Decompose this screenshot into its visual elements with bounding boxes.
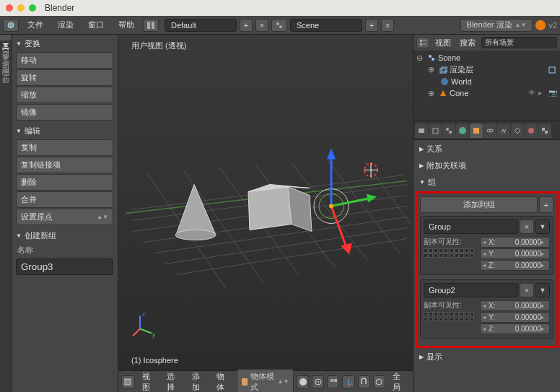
- vtab-grease[interactable]: 曲: [0, 67, 11, 74]
- layer-cell[interactable]: [424, 248, 428, 253]
- duplicate-button[interactable]: 复制: [16, 139, 113, 156]
- layer-cell[interactable]: [465, 253, 469, 258]
- prop-tab-texture[interactable]: [538, 123, 551, 138]
- screen-layout-browse-icon[interactable]: [143, 19, 159, 32]
- prop-tab-constraints[interactable]: [484, 123, 496, 138]
- group-specials-button[interactable]: ▼: [535, 219, 550, 234]
- vtab-physics[interactable]: 物理: [0, 61, 11, 67]
- mode-dropdown[interactable]: 物体模式 ▲▼: [237, 369, 294, 393]
- shading-mode-button[interactable]: [297, 375, 309, 388]
- transform-header[interactable]: ▼变换: [13, 36, 116, 51]
- expand-icon[interactable]: ⊕: [428, 65, 437, 74]
- tree-row-renderlayers[interactable]: ⊕ 渲染层: [415, 64, 559, 76]
- outliner-tree[interactable]: ⊖ Scene ⊕ 渲染层 World: [414, 51, 560, 115]
- layer-cell[interactable]: [465, 312, 469, 316]
- edit-header[interactable]: ▼编辑: [13, 123, 116, 139]
- minimize-window-icon[interactable]: [17, 4, 25, 12]
- prop-tab-modifiers[interactable]: [497, 123, 510, 138]
- maximize-window-icon[interactable]: [29, 4, 36, 12]
- relations-panel-header[interactable]: ▶关系: [415, 141, 559, 157]
- scene-remove-button[interactable]: ×: [381, 19, 394, 32]
- render-engine-dropdown[interactable]: Blender 渲染 ▲▼: [460, 19, 533, 32]
- layer-cell[interactable]: [439, 253, 443, 258]
- layer-cell[interactable]: [439, 312, 443, 316]
- layer-cell[interactable]: [460, 248, 464, 253]
- layer-cell[interactable]: [470, 253, 474, 258]
- offset-z-field[interactable]: ◂Z:0.00000▸: [480, 260, 550, 271]
- vtab-relations[interactable]: 关系: [0, 48, 11, 54]
- relations-extras-panel-header[interactable]: ▶附加关联项: [415, 158, 559, 173]
- group-name-input[interactable]: [16, 258, 113, 275]
- expand-icon[interactable]: ⊕: [428, 89, 437, 98]
- tree-row-world[interactable]: World: [415, 76, 559, 87]
- layout-add-button[interactable]: +: [240, 19, 253, 32]
- layer-cell[interactable]: [450, 253, 454, 258]
- layer-cell[interactable]: [424, 312, 428, 316]
- layer-cell[interactable]: [470, 312, 474, 316]
- layer-cell[interactable]: [444, 317, 448, 321]
- menu-render[interactable]: 渲染: [52, 19, 79, 30]
- render-toggle-icon[interactable]: 📷: [548, 89, 557, 97]
- layers-button[interactable]: [327, 375, 339, 388]
- menu-window[interactable]: 窗口: [82, 19, 110, 30]
- layer-cell[interactable]: [450, 248, 454, 253]
- layer-cell[interactable]: [444, 248, 448, 253]
- layer-cell[interactable]: [470, 248, 474, 253]
- delete-button[interactable]: 删除: [16, 174, 113, 191]
- outliner-menu-search[interactable]: 搜索: [457, 38, 478, 48]
- prop-tab-material[interactable]: [525, 123, 538, 138]
- layer-cell[interactable]: [434, 317, 438, 321]
- outliner-filter-dropdown[interactable]: 所有场景: [481, 37, 557, 48]
- screen-layout-field[interactable]: Default: [165, 19, 237, 32]
- group-panel-header[interactable]: ▼组: [415, 175, 559, 190]
- group-remove-button[interactable]: ×: [520, 219, 534, 234]
- layer-cell[interactable]: [439, 317, 443, 321]
- menu-help[interactable]: 帮助: [113, 19, 140, 30]
- vtab-tools[interactable]: 工具: [0, 35, 11, 41]
- viewport-editor-type-icon[interactable]: [121, 375, 135, 388]
- scene-add-button[interactable]: +: [365, 19, 378, 32]
- prop-tab-scene[interactable]: [442, 123, 455, 138]
- layer-cell[interactable]: [429, 317, 433, 321]
- manipulator-toggle-button[interactable]: [342, 375, 354, 388]
- layer-cell[interactable]: [455, 248, 459, 253]
- visibility-toggle-icon[interactable]: 👁: [528, 89, 537, 97]
- layer-cell[interactable]: [434, 253, 438, 258]
- layer-cell[interactable]: [429, 253, 433, 258]
- prop-tab-render[interactable]: [415, 123, 428, 138]
- snap-button[interactable]: [358, 375, 370, 388]
- add-to-group-button[interactable]: 添加到组: [420, 196, 538, 213]
- layer-cell[interactable]: [429, 248, 433, 253]
- layer-cell[interactable]: [460, 312, 464, 316]
- translate-button[interactable]: 移动: [16, 52, 113, 69]
- layer-cell[interactable]: [465, 248, 469, 253]
- layout-remove-button[interactable]: ×: [255, 19, 268, 32]
- create-group-header[interactable]: ▼创建新组: [13, 228, 116, 243]
- editor-type-icon[interactable]: [3, 19, 19, 32]
- layer-cell[interactable]: [455, 253, 459, 258]
- tree-row-scene[interactable]: ⊖ Scene: [415, 52, 559, 64]
- set-origin-button[interactable]: 设置原点▲▼: [16, 209, 113, 225]
- scene-browse-icon[interactable]: [271, 19, 287, 32]
- layer-cell[interactable]: [444, 253, 448, 258]
- offset-y-field[interactable]: ◂Y:0.00000▸: [480, 312, 550, 323]
- layer-cell[interactable]: [424, 317, 428, 321]
- join-button[interactable]: 合并: [16, 191, 113, 208]
- duplicate-linked-button[interactable]: 复制链接项: [16, 157, 113, 173]
- add-group-plus-button[interactable]: +: [539, 196, 554, 213]
- layer-cell[interactable]: [465, 317, 469, 321]
- scale-button[interactable]: 缩放: [16, 87, 113, 103]
- layer-cell[interactable]: [434, 312, 438, 316]
- dupli-layers[interactable]: [424, 312, 476, 321]
- menu-file[interactable]: 文件: [22, 19, 49, 30]
- close-window-icon[interactable]: [6, 4, 13, 12]
- display-panel-header[interactable]: ▶显示: [415, 349, 559, 365]
- group-name-field[interactable]: Group: [424, 219, 518, 234]
- layer-cell[interactable]: [455, 312, 459, 316]
- offset-y-field[interactable]: ◂Y:0.00000▸: [480, 248, 550, 259]
- rotate-button[interactable]: 旋转: [16, 69, 113, 86]
- expand-icon[interactable]: ⊖: [416, 53, 425, 63]
- vp-menu-object[interactable]: 物体: [212, 371, 234, 393]
- prop-tab-data[interactable]: [511, 123, 524, 138]
- vtab-animation[interactable]: 动画: [0, 54, 11, 61]
